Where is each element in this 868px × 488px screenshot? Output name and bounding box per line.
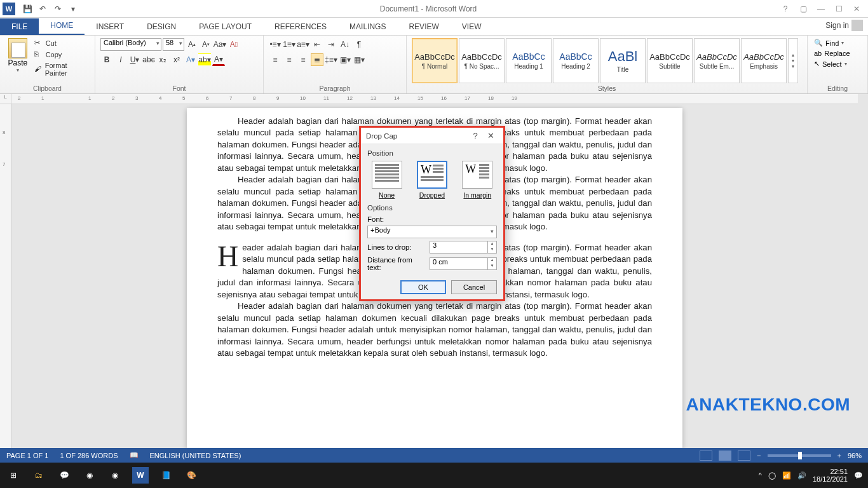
style-subtle-em---[interactable]: AaBbCcDcSubtle Em... bbox=[694, 38, 740, 83]
decrease-indent-button[interactable]: ⇤ bbox=[311, 38, 323, 51]
format-painter-button[interactable]: 🖌Format Painter bbox=[33, 61, 90, 78]
lines-spinner[interactable]: ▲▼ bbox=[487, 241, 496, 253]
align-left-button[interactable]: ≡ bbox=[269, 53, 281, 66]
sign-in[interactable]: Sign in bbox=[820, 16, 868, 35]
view-read-mode[interactable] bbox=[700, 451, 712, 461]
doc-paragraph[interactable]: Header adalah bagian dari halaman dokume… bbox=[217, 301, 652, 359]
align-center-button[interactable]: ≡ bbox=[283, 53, 295, 66]
tab-insert[interactable]: INSERT bbox=[85, 18, 135, 35]
position-margin[interactable]: W In margin bbox=[459, 161, 496, 199]
increase-indent-button[interactable]: ⇥ bbox=[325, 38, 337, 51]
sort-button[interactable]: A↓ bbox=[339, 38, 351, 51]
text-effects-button[interactable]: A▾ bbox=[184, 53, 197, 66]
style-heading-1[interactable]: AaBbCcHeading 1 bbox=[506, 38, 552, 83]
justify-button[interactable]: ≣ bbox=[311, 53, 323, 66]
status-page[interactable]: PAGE 1 OF 1 bbox=[6, 452, 48, 459]
zoom-level[interactable]: 96% bbox=[848, 452, 862, 459]
view-print-layout[interactable] bbox=[719, 451, 731, 461]
vertical-ruler[interactable]: 8 7 bbox=[0, 104, 11, 448]
tray-chevron-icon[interactable]: ^ bbox=[759, 471, 762, 479]
tab-references[interactable]: REFERENCES bbox=[263, 18, 338, 35]
bold-button[interactable]: B bbox=[100, 53, 113, 66]
borders-button[interactable]: ▦▾ bbox=[353, 53, 365, 66]
clear-formatting-button[interactable]: Aͮ bbox=[227, 38, 240, 51]
strikethrough-button[interactable]: abc bbox=[142, 53, 155, 66]
help-icon[interactable]: ? bbox=[779, 4, 792, 13]
dialog-help-icon[interactable]: ? bbox=[468, 131, 483, 140]
qat-customize-icon[interactable]: ▾ bbox=[67, 3, 79, 15]
underline-button[interactable]: U▾ bbox=[128, 53, 141, 66]
tab-home[interactable]: HOME bbox=[39, 17, 85, 35]
grow-font-button[interactable]: A▴ bbox=[186, 38, 198, 51]
shrink-font-button[interactable]: A▾ bbox=[200, 38, 212, 51]
multilevel-button[interactable]: a≡▾ bbox=[297, 38, 309, 51]
tab-view[interactable]: VIEW bbox=[451, 18, 493, 35]
select-button[interactable]: ↖Select▾ bbox=[813, 59, 862, 69]
distance-spinner[interactable]: ▲▼ bbox=[487, 258, 496, 269]
superscript-button[interactable]: x² bbox=[170, 53, 183, 66]
tab-file[interactable]: FILE bbox=[0, 18, 39, 35]
zoom-in-button[interactable]: + bbox=[837, 452, 841, 459]
zoom-slider[interactable] bbox=[768, 454, 831, 457]
font-combo[interactable]: +Body bbox=[367, 226, 497, 238]
maximize-icon[interactable]: ☐ bbox=[832, 4, 845, 13]
notepad-icon[interactable]: 📘 bbox=[158, 467, 174, 484]
undo-icon[interactable]: ↶ bbox=[37, 3, 48, 15]
status-language[interactable]: ENGLISH (UNITED STATES) bbox=[150, 452, 241, 459]
style-heading-2[interactable]: AaBbCcHeading 2 bbox=[553, 38, 599, 83]
wifi-icon[interactable]: 📶 bbox=[782, 471, 791, 480]
change-case-button[interactable]: Aa▾ bbox=[214, 38, 226, 51]
tab-design[interactable]: DESIGN bbox=[135, 18, 187, 35]
zoom-out-button[interactable]: − bbox=[757, 452, 761, 459]
style-title[interactable]: AaBlTitle bbox=[600, 38, 646, 83]
file-explorer-icon[interactable]: 🗂 bbox=[31, 467, 47, 484]
numbering-button[interactable]: 1≡▾ bbox=[283, 38, 295, 51]
volume-icon[interactable]: 🔊 bbox=[797, 471, 806, 480]
distance-input[interactable]: 0 cm▲▼ bbox=[430, 257, 497, 270]
cut-button[interactable]: ✂Cut bbox=[33, 38, 90, 48]
style---no-spac---[interactable]: AaBbCcDc¶ No Spac... bbox=[459, 38, 505, 83]
close-icon[interactable]: ✕ bbox=[850, 4, 863, 13]
style---normal[interactable]: AaBbCcDc¶ Normal bbox=[412, 38, 458, 83]
notifications-icon[interactable]: 💬 bbox=[854, 471, 863, 480]
style-emphasis[interactable]: AaBbCcDcEmphasis bbox=[741, 38, 787, 83]
whatsapp-icon[interactable]: 💬 bbox=[56, 467, 72, 484]
horizontal-ruler[interactable]: 2112345678910111213141516171819 bbox=[11, 94, 858, 104]
word-taskbar-icon[interactable]: W bbox=[132, 467, 149, 484]
position-dropped[interactable]: W Dropped bbox=[414, 161, 451, 199]
show-marks-button[interactable]: ¶ bbox=[353, 38, 365, 51]
dialog-titlebar[interactable]: Drop Cap ? ✕ bbox=[361, 128, 503, 144]
font-size-combo[interactable]: 58 bbox=[163, 38, 184, 51]
view-web-layout[interactable] bbox=[738, 451, 750, 461]
status-words[interactable]: 1 OF 286 WORDS bbox=[60, 452, 118, 459]
minimize-icon[interactable]: — bbox=[815, 4, 827, 13]
redo-icon[interactable]: ↷ bbox=[52, 3, 64, 15]
cancel-button[interactable]: Cancel bbox=[451, 280, 497, 294]
tray-app-icon[interactable]: ◯ bbox=[768, 471, 776, 480]
font-name-combo[interactable]: Calibri (Body) bbox=[100, 38, 161, 51]
clock[interactable]: 22:51 18/12/2021 bbox=[813, 468, 848, 483]
find-button[interactable]: 🔍Find▾ bbox=[813, 38, 862, 48]
lines-to-drop-input[interactable]: 3▲▼ bbox=[430, 241, 497, 254]
tab-page-layout[interactable]: PAGE LAYOUT bbox=[187, 18, 263, 35]
tab-review[interactable]: REVIEW bbox=[397, 18, 450, 35]
font-color-button[interactable]: A▾ bbox=[212, 53, 225, 66]
paste-button[interactable]: Paste ▾ bbox=[5, 38, 31, 83]
styles-more-button[interactable]: ▴▾▾ bbox=[788, 38, 798, 83]
tab-mailings[interactable]: MAILINGS bbox=[338, 18, 397, 35]
shading-button[interactable]: ▣▾ bbox=[339, 53, 351, 66]
line-spacing-button[interactable]: ‡≡▾ bbox=[325, 53, 337, 66]
italic-button[interactable]: I bbox=[114, 53, 127, 66]
chrome-icon[interactable]: ◉ bbox=[81, 467, 98, 484]
paint-icon[interactable]: 🎨 bbox=[183, 467, 200, 484]
align-right-button[interactable]: ≡ bbox=[297, 53, 309, 66]
ok-button[interactable]: OK bbox=[400, 280, 446, 294]
style-subtitle[interactable]: AaBbCcDcSubtitle bbox=[647, 38, 693, 83]
save-icon[interactable]: 💾 bbox=[22, 3, 33, 15]
status-proof-icon[interactable]: 📖 bbox=[130, 451, 139, 459]
subscript-button[interactable]: x₂ bbox=[156, 53, 169, 66]
bullets-button[interactable]: •≡▾ bbox=[269, 38, 281, 51]
position-none[interactable]: None bbox=[369, 161, 405, 199]
chrome-canary-icon[interactable]: ◉ bbox=[107, 467, 123, 484]
dialog-close-icon[interactable]: ✕ bbox=[483, 131, 498, 140]
